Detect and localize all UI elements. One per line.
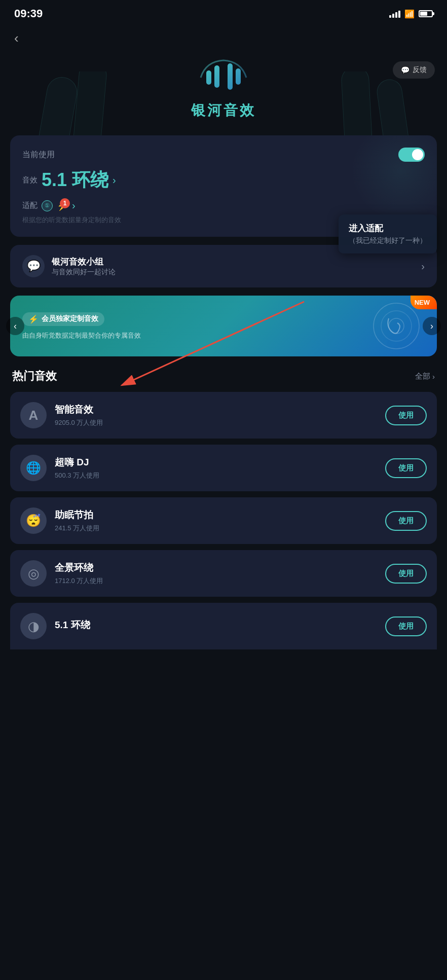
community-info: 银河音效小组 与音效同好一起讨论 [52, 256, 116, 277]
feedback-button[interactable]: 💬 反馈 [393, 61, 435, 79]
effect-item-left-3: ◎ 全景环绕 1712.0 万人使用 [20, 560, 103, 587]
community-name: 银河音效小组 [52, 256, 116, 268]
community-desc: 与音效同好一起讨论 [52, 268, 116, 277]
community-icon: 💬 [22, 255, 45, 277]
community-left: 💬 银河音效小组 与音效同好一起讨论 [22, 255, 116, 277]
signal-icon [389, 10, 400, 18]
carousel-left-button[interactable]: ‹ [6, 317, 24, 335]
use-button-0[interactable]: 使用 [385, 406, 427, 425]
svg-point-6 [374, 303, 419, 349]
effect-info-3: 全景环绕 1712.0 万人使用 [55, 561, 103, 586]
wifi-icon: 📶 [404, 9, 415, 19]
current-effect-name: 5.1 环绕 [42, 168, 108, 193]
svg-rect-0 [206, 70, 211, 85]
effect-item-partial[interactable]: ◑ 5.1 环绕 使用 [10, 603, 437, 649]
effect-item-3[interactable]: ◎ 全景环绕 1712.0 万人使用 使用 [10, 550, 437, 597]
svg-rect-3 [236, 68, 241, 85]
effect-icon-3: ◎ [20, 560, 47, 587]
effect-item-left-2: 😴 助眠节拍 241.5 万人使用 [20, 507, 99, 534]
effect-item-1[interactable]: 🌐 超嗨 DJ 500.3 万人使用 使用 [10, 445, 437, 491]
card-header: 当前使用 [22, 148, 425, 162]
more-label: 全部 [415, 372, 430, 381]
svg-point-7 [381, 311, 412, 341]
effect-users-3: 1712.0 万人使用 [55, 576, 103, 586]
tooltip-title: 进入适配 [349, 223, 427, 234]
carousel-right-button[interactable]: › [423, 317, 441, 335]
community-chevron-icon: › [421, 261, 425, 272]
new-badge: NEW [411, 296, 437, 309]
banner-badge: ⚡ 会员独家定制音效 [22, 312, 104, 326]
effect-item-left-0: A 智能音效 9205.0 万人使用 [20, 402, 103, 428]
feedback-icon: 💬 [401, 66, 409, 74]
use-button-2[interactable]: 使用 [385, 511, 427, 531]
svg-rect-1 [214, 65, 219, 88]
effect-icon-2: 😴 [20, 507, 47, 534]
effect-name-1: 超嗨 DJ [55, 456, 99, 469]
status-bar: 09:39 📶 [0, 0, 447, 25]
effect-chevron-icon: › [113, 174, 116, 186]
banner-card[interactable]: ⚡ 会员独家定制音效 由自身听觉数据定制最契合你的专属音效 NEW [10, 296, 437, 356]
effect-name-row[interactable]: 音效 5.1 环绕 › [22, 168, 425, 193]
use-button-3[interactable]: 使用 [385, 564, 427, 584]
effect-icon-0: A [20, 402, 47, 428]
effect-info-0: 智能音效 9205.0 万人使用 [55, 403, 103, 427]
effect-item-left-1: 🌐 超嗨 DJ 500.3 万人使用 [20, 455, 99, 481]
status-icons: 📶 [389, 9, 433, 19]
effect-info-2: 助眠节拍 241.5 万人使用 [55, 509, 99, 533]
adapt-count-badge: ① [42, 200, 53, 211]
effect-icon-1: 🌐 [20, 455, 47, 481]
effect-label: 音效 [22, 175, 38, 185]
effect-info-partial: 5.1 环绕 [55, 619, 90, 634]
feedback-label: 反馈 [413, 65, 427, 75]
toggle-switch[interactable] [398, 148, 425, 162]
section-title: 热门音效 [12, 369, 57, 384]
banner-description: 由自身听觉数据定制最契合你的专属音效 [22, 331, 425, 340]
svg-rect-2 [228, 63, 233, 90]
adapt-icon-wrap: ⚡ 1 [57, 200, 68, 211]
current-label: 当前使用 [22, 150, 55, 160]
effect-users-1: 500.3 万人使用 [55, 471, 99, 480]
effect-users-0: 9205.0 万人使用 [55, 418, 103, 427]
adapt-row[interactable]: 适配 ① ⚡ 1 › [22, 200, 425, 211]
effect-name-3: 全景环绕 [55, 561, 103, 574]
tooltip-subtitle: （我已经定制好了一种） [349, 236, 427, 245]
back-button[interactable]: ‹ [14, 30, 19, 46]
banner-badge-text: 会员独家定制音效 [42, 314, 98, 323]
use-button-partial[interactable]: 使用 [385, 616, 427, 636]
banner-ear-graphic [371, 301, 422, 351]
tooltip-box: 进入适配 （我已经定制好了一种） [339, 214, 437, 253]
header-area: 银河音效 💬 反馈 [0, 46, 447, 135]
toggle-thumb [412, 149, 423, 160]
banner-area: ‹ ⚡ 会员独家定制音效 由自身听觉数据定制最契合你的专属音效 NEW › [10, 296, 437, 356]
app-title: 银河音效 [191, 101, 256, 120]
effect-item-left-partial: ◑ 5.1 环绕 [20, 613, 90, 639]
effect-info-1: 超嗨 DJ 500.3 万人使用 [55, 456, 99, 480]
section-more-button[interactable]: 全部 › [415, 372, 435, 381]
effect-item-2[interactable]: 😴 助眠节拍 241.5 万人使用 使用 [10, 497, 437, 544]
effect-icon-partial: ◑ [20, 613, 47, 639]
back-button-area: ‹ [0, 25, 447, 46]
notification-dot: 1 [60, 198, 70, 208]
effect-list: A 智能音效 9205.0 万人使用 使用 🌐 超嗨 DJ 500.3 万人使用… [0, 392, 447, 597]
effect-item-0[interactable]: A 智能音效 9205.0 万人使用 使用 [10, 392, 437, 439]
community-emoji: 💬 [27, 260, 41, 273]
more-chevron-icon: › [432, 372, 435, 381]
use-button-1[interactable]: 使用 [385, 458, 427, 478]
section-header: 热门音效 全部 › [0, 369, 447, 392]
status-time: 09:39 [14, 7, 43, 20]
adapt-chevron-icon: › [72, 200, 76, 211]
effect-name-0: 智能音效 [55, 403, 103, 416]
banner-badge-icon: ⚡ [28, 314, 39, 324]
effect-users-2: 241.5 万人使用 [55, 524, 99, 533]
effect-name-partial: 5.1 环绕 [55, 619, 90, 632]
effect-name-2: 助眠节拍 [55, 509, 99, 522]
adapt-label: 适配 [22, 201, 38, 210]
battery-icon [419, 10, 433, 17]
app-logo [198, 56, 249, 97]
